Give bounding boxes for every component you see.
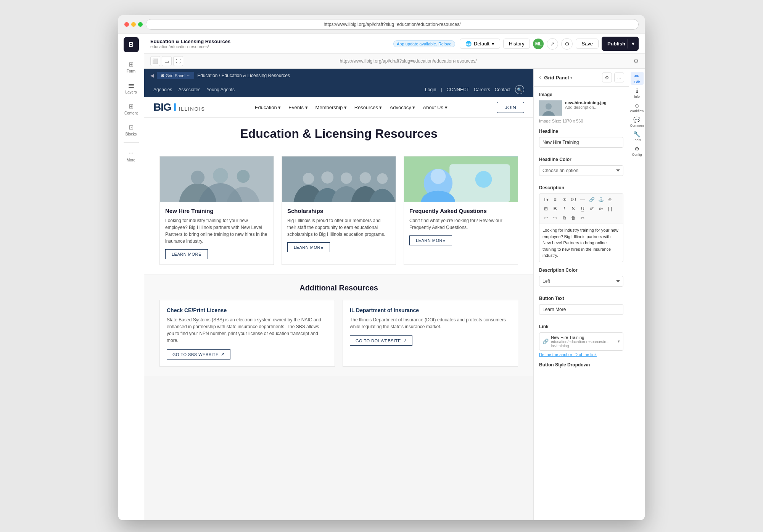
link-expand-icon[interactable]: ▾	[618, 339, 620, 344]
contact-link[interactable]: Contact	[495, 87, 510, 92]
card-btn-faq[interactable]: LEARN MORE	[409, 235, 452, 245]
chevron-left-icon: ◀	[150, 73, 154, 78]
minimize-btn[interactable]	[131, 22, 136, 27]
strikethrough-btn[interactable]: S̶	[569, 205, 578, 213]
redo-btn[interactable]: ↪	[551, 214, 559, 222]
far-icon-workflow[interactable]: ◇ Workflow	[631, 101, 644, 114]
publish-btn[interactable]: Publish ▾	[602, 37, 639, 51]
emoji-btn[interactable]: ☺	[606, 195, 614, 204]
superscript-btn[interactable]: x²	[588, 205, 596, 213]
subscript-btn[interactable]: x₂	[597, 205, 605, 213]
sidebar-item-blocks[interactable]: ⊡ Blocks	[121, 120, 142, 139]
far-icon-info[interactable]: ℹ Info	[631, 86, 644, 99]
preview-settings-icon[interactable]: ⚙	[633, 58, 639, 65]
list-ol-btn[interactable]: ①	[560, 195, 568, 204]
button-text-input[interactable]	[539, 304, 623, 315]
link-row[interactable]: 🔗 New Hire Training education/education-…	[539, 332, 623, 351]
events-nav-link[interactable]: Events ▾	[288, 105, 307, 110]
resource-doi-btn[interactable]: GO TO DOI WEBSITE ↗	[350, 335, 412, 346]
anchor-link[interactable]: Define the anchor ID of the link	[539, 352, 623, 357]
panel-header-icons: ⚙ ···	[602, 73, 624, 82]
list-ul-btn[interactable]: ≡	[551, 195, 559, 204]
bold-btn[interactable]: B	[551, 205, 559, 213]
default-dropdown-btn[interactable]: 🌐 Default ▾	[460, 39, 500, 49]
sidebar-item-form[interactable]: ⊞ Form	[121, 57, 142, 76]
desktop-view-btn[interactable]: ⬜	[150, 56, 160, 66]
panel-settings-btn[interactable]: ⚙	[602, 73, 612, 82]
svg-point-19	[360, 172, 371, 184]
connect-link[interactable]: CONNECT	[447, 87, 469, 92]
associates-link[interactable]: Associates	[178, 87, 200, 92]
resource-doi-title: IL Department of Insurance	[350, 307, 511, 313]
description-color-select[interactable]: Left	[539, 276, 623, 287]
advocacy-nav-link[interactable]: Advocacy ▾	[390, 105, 415, 110]
sidebar-item-layers[interactable]: Layers	[121, 78, 142, 97]
image-add-desc[interactable]: Add description...	[565, 105, 623, 110]
grid-panel-chip[interactable]: ⊞ Grid Panel ···	[157, 72, 194, 79]
far-icon-config[interactable]: ⚙ Config	[631, 144, 644, 157]
site-top-right-links: Login | CONNECT Careers Contact 🔍	[425, 85, 524, 94]
sidebar-item-more[interactable]: ··· More	[121, 146, 142, 165]
user-avatar[interactable]: ML	[533, 39, 544, 49]
join-button[interactable]: JOIN	[497, 102, 524, 113]
button-text-label: Button Text	[539, 296, 623, 301]
update-badge[interactable]: App update available. Reload	[393, 40, 455, 47]
card-faq: Frequently Asked Questions Can't find wh…	[404, 156, 518, 265]
trash-btn[interactable]: 🗑	[569, 214, 578, 222]
anchor-btn[interactable]: ⚓	[597, 195, 605, 204]
description-text-area[interactable]: Looking for industry training for your n…	[539, 224, 623, 262]
membership-nav-link[interactable]: Membership ▾	[316, 105, 347, 110]
resources-nav-link[interactable]: Resources ▾	[354, 105, 382, 110]
link-btn[interactable]: 🔗	[588, 195, 596, 204]
far-icon-comments[interactable]: 💬 Commen	[631, 115, 644, 128]
resource-doi: IL Department of Insurance The Illinois …	[343, 300, 518, 367]
maximize-btn[interactable]	[138, 22, 143, 27]
undo-btn[interactable]: ↩	[542, 214, 550, 222]
tablet-view-btn[interactable]: ▭	[162, 56, 172, 66]
panel-back-btn[interactable]: ‹	[538, 73, 542, 82]
save-btn[interactable]: Save	[576, 39, 599, 49]
search-icon[interactable]: 🔍	[515, 85, 524, 94]
text-dropdown-btn[interactable]: T▾	[542, 195, 550, 204]
card-btn-new-hire[interactable]: LEARN MORE	[165, 249, 208, 259]
underline-btn[interactable]: U̲	[578, 205, 587, 213]
agencies-link[interactable]: Agencies	[153, 87, 172, 92]
caret-icon: ▾	[492, 41, 494, 47]
far-icon-tools[interactable]: 🔧 Tools	[631, 130, 644, 143]
headline-input[interactable]	[539, 137, 623, 148]
login-link[interactable]: Login	[425, 87, 436, 92]
dash-btn[interactable]: —	[578, 195, 587, 204]
additional-title: Additional Resources	[159, 284, 518, 292]
sidebar-label-form: Form	[127, 69, 135, 73]
code-btn[interactable]: { }	[606, 205, 614, 213]
count-btn[interactable]: 00	[569, 195, 578, 204]
far-icon-edit[interactable]: ✏ Edit	[631, 72, 644, 85]
external-link-icon: ↗	[221, 352, 225, 357]
resource-sbs-desc: State Based Systems (SBS) is an electron…	[167, 316, 328, 344]
browser-chrome: https://www.ilbigi.org/api/draft?slug=ed…	[118, 15, 645, 34]
sidebar-item-content[interactable]: ⊞ Content	[121, 99, 142, 118]
cut-btn[interactable]: ✂	[578, 214, 587, 222]
form-icon: ⊞	[127, 60, 135, 68]
panel-more-btn[interactable]: ···	[614, 73, 624, 82]
publish-dropdown-icon[interactable]: ▾	[628, 39, 638, 48]
education-nav-link[interactable]: Education ▾	[255, 105, 281, 110]
url-bar-area: ⬜ ▭ ⛶ https://www.ilbigi.org/api/draft?s…	[144, 54, 645, 69]
copy-btn[interactable]: ⧉	[560, 214, 568, 222]
fullscreen-view-btn[interactable]: ⛶	[173, 56, 183, 66]
app-logo[interactable]: B	[124, 37, 139, 52]
resource-sbs-btn[interactable]: GO TO SBS WEBSITE ↗	[167, 349, 230, 360]
history-btn[interactable]: History	[503, 39, 530, 49]
settings-btn[interactable]: ⚙	[561, 38, 573, 50]
table-btn[interactable]: ⊞	[542, 205, 550, 213]
external-link-btn[interactable]: ↗	[547, 38, 558, 50]
about-us-nav-link[interactable]: About Us ▾	[423, 105, 447, 110]
image-size-text: Image Size: 1070 x 560	[539, 119, 623, 123]
careers-link[interactable]: Careers	[474, 87, 490, 92]
page-path: education/education-resources/	[150, 44, 389, 49]
card-btn-scholarships[interactable]: LEARN MORE	[287, 242, 330, 252]
close-btn[interactable]	[124, 22, 129, 27]
italic-btn[interactable]: I	[560, 205, 568, 213]
young-agents-link[interactable]: Young Agents	[206, 87, 235, 92]
headline-color-select[interactable]: Choose an option	[539, 165, 623, 176]
